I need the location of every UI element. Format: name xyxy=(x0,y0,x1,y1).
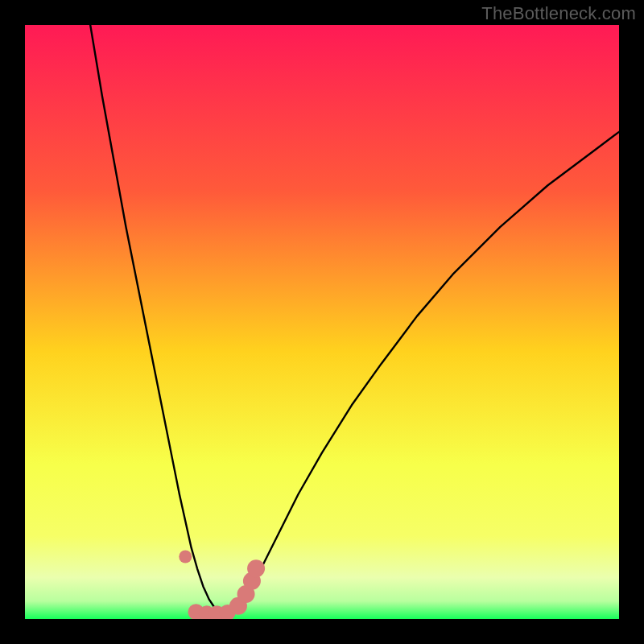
bottleneck-curve xyxy=(90,25,619,613)
plot-area xyxy=(25,25,619,619)
curve-layer xyxy=(25,25,619,619)
outer-frame: TheBottleneck.com xyxy=(0,0,644,644)
trough-marker xyxy=(179,551,192,564)
watermark-text: TheBottleneck.com xyxy=(481,3,636,24)
trough-marker-group xyxy=(179,551,265,619)
trough-marker xyxy=(247,559,265,577)
